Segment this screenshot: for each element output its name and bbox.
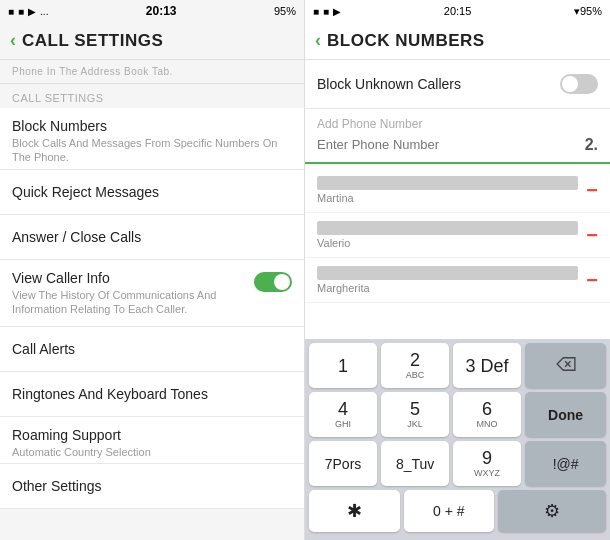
view-caller-info-item[interactable]: View Caller Info View The History Of Com… xyxy=(0,260,304,328)
answer-close-calls-item[interactable]: Answer / Close Calls xyxy=(0,215,304,260)
margherita-bar xyxy=(317,266,578,280)
right-status-icons: ■ ■ ▶ xyxy=(313,6,341,17)
block-unknown-row: Block Unknown Callers xyxy=(305,60,610,109)
valerio-name: Valerio xyxy=(317,237,586,249)
backspace-key[interactable] xyxy=(525,343,606,388)
phone-number-input[interactable] xyxy=(317,133,585,156)
right-panel: ■ ■ ▶ 20:15 ▾95% ‹ BLOCK NUMBERS Block U… xyxy=(305,0,610,540)
left-time: 20:13 xyxy=(146,4,177,18)
settings-key[interactable]: ⚙ xyxy=(498,490,606,532)
right-header: ‹ BLOCK NUMBERS xyxy=(305,22,610,60)
right-back-button[interactable]: ‹ xyxy=(315,30,321,51)
keyboard-row-1: 1 2 ABC 3 Def xyxy=(309,343,606,388)
keyboard-row-3: 7Pors 8_Tuv 9 WXYZ !@# xyxy=(309,441,606,486)
left-back-button[interactable]: ‹ xyxy=(10,30,16,51)
call-alerts-item[interactable]: Call Alerts xyxy=(0,327,304,372)
key-5[interactable]: 5 JKL xyxy=(381,392,449,437)
view-caller-info-subtitle: View The History Of Communications And I… xyxy=(12,288,246,317)
remove-margherita-button[interactable]: − xyxy=(586,270,598,290)
block-numbers-subtitle: Block Calls And Messages From Specific N… xyxy=(12,136,292,165)
key-0[interactable]: 0 + # xyxy=(404,490,495,532)
roaming-item[interactable]: Roaming Support Automatic Country Select… xyxy=(0,417,304,464)
other-settings-title: Other Settings xyxy=(12,478,292,494)
blocked-contact-martina: Martina − xyxy=(305,168,610,213)
answer-close-calls-title: Answer / Close Calls xyxy=(12,229,292,245)
ringtones-title: Ringtones And Keyboard Tones xyxy=(12,386,292,402)
top-note: Phone In The Address Book Tab. xyxy=(0,60,304,79)
block-unknown-toggle[interactable] xyxy=(560,74,598,94)
phone-input-row: 2. xyxy=(305,133,610,164)
signal-icon: ■ xyxy=(18,6,24,17)
media-icon: ▶ xyxy=(28,6,36,17)
add-phone-label: Add Phone Number xyxy=(305,109,610,133)
left-panel: ■ ■ ▶ ... 20:13 95% ‹ CALL SETTINGS Phon… xyxy=(0,0,305,540)
block-numbers-title: Block Numbers xyxy=(12,118,292,134)
status-bar-right: ■ ■ ▶ 20:15 ▾95% xyxy=(305,0,610,22)
key-1[interactable]: 1 xyxy=(309,343,377,388)
key-2[interactable]: 2 ABC xyxy=(381,343,449,388)
phone-number-hint: 2. xyxy=(585,136,598,154)
left-page-title: CALL SETTINGS xyxy=(22,31,163,51)
left-battery: 95% xyxy=(274,5,296,17)
remove-martina-button[interactable]: − xyxy=(586,180,598,200)
martina-block: Martina xyxy=(317,176,586,204)
key-7[interactable]: 7Pors xyxy=(309,441,377,486)
keyboard-row-2: 4 GHI 5 JKL 6 MNO Done xyxy=(309,392,606,437)
left-header: ‹ CALL SETTINGS xyxy=(0,22,304,60)
right-media-icon: ▶ xyxy=(333,6,341,17)
left-content: Phone In The Address Book Tab. CALL SETT… xyxy=(0,60,304,540)
more-icon: ... xyxy=(40,6,48,17)
key-6[interactable]: 6 MNO xyxy=(453,392,521,437)
key-4[interactable]: 4 GHI xyxy=(309,392,377,437)
key-8[interactable]: 8_Tuv xyxy=(381,441,449,486)
roaming-subtitle: Automatic Country Selection xyxy=(12,445,292,459)
remove-valerio-button[interactable]: − xyxy=(586,225,598,245)
view-caller-info-title: View Caller Info xyxy=(12,270,246,286)
ringtones-item[interactable]: Ringtones And Keyboard Tones xyxy=(0,372,304,417)
right-page-title: BLOCK NUMBERS xyxy=(327,31,485,51)
valerio-bar xyxy=(317,221,578,235)
martina-bar xyxy=(317,176,578,190)
quick-reject-title: Quick Reject Messages xyxy=(12,184,292,200)
other-settings-item[interactable]: Other Settings xyxy=(0,464,304,509)
call-alerts-title: Call Alerts xyxy=(12,341,292,357)
martina-name: Martina xyxy=(317,192,586,204)
keyboard-row-4: ✱ 0 + # ⚙ xyxy=(309,490,606,532)
block-numbers-item[interactable]: Block Numbers Block Calls And Messages F… xyxy=(0,108,304,170)
status-bar-left: ■ ■ ▶ ... 20:13 95% xyxy=(0,0,304,22)
blocked-contact-valerio: Valerio − xyxy=(305,213,610,258)
done-key[interactable]: Done xyxy=(525,392,606,437)
right-wifi-icon: ■ xyxy=(313,6,319,17)
key-3[interactable]: 3 Def xyxy=(453,343,521,388)
right-signal-icon: ■ xyxy=(323,6,329,17)
wifi-icon: ■ xyxy=(8,6,14,17)
numeric-keyboard: 1 2 ABC 3 Def 4 xyxy=(305,339,610,540)
call-settings-section-label: CALL SETTINGS xyxy=(0,83,304,108)
valerio-block: Valerio xyxy=(317,221,586,249)
margherita-name: Margherita xyxy=(317,282,586,294)
blocked-contact-margherita: Margherita − xyxy=(305,258,610,303)
right-time: 20:15 xyxy=(444,5,472,17)
view-caller-info-toggle[interactable] xyxy=(254,272,292,292)
symbols-key[interactable]: !@# xyxy=(525,441,606,486)
key-9[interactable]: 9 WXYZ xyxy=(453,441,521,486)
margherita-block: Margherita xyxy=(317,266,586,294)
quick-reject-item[interactable]: Quick Reject Messages xyxy=(0,170,304,215)
right-battery: ▾95% xyxy=(574,5,602,18)
key-star[interactable]: ✱ xyxy=(309,490,400,532)
roaming-title: Roaming Support xyxy=(12,427,292,443)
left-status-icons: ■ ■ ▶ ... xyxy=(8,6,48,17)
block-unknown-label: Block Unknown Callers xyxy=(317,76,461,92)
